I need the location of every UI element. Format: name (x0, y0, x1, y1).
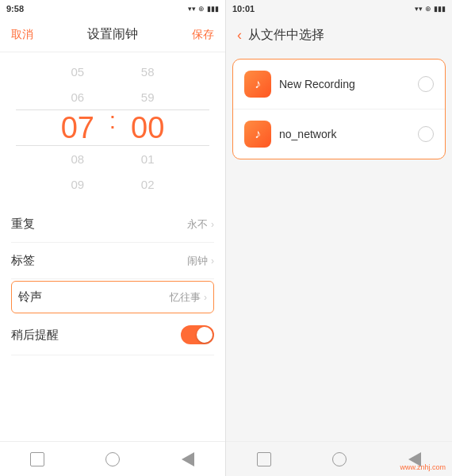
radio-1[interactable] (418, 76, 434, 92)
hour-row-below1: 08 (71, 146, 84, 171)
square-icon (30, 452, 44, 466)
status-icons-left: ▾▾ ⊕ ▮▮▮ (188, 5, 219, 13)
hour-column[interactable]: 05 06 07 08 09 (46, 59, 109, 197)
right-panel: 10:01 ▾▾ ⊕ ▮▮▮ ‹ 从文件中选择 ♪ New Recording … (226, 0, 452, 476)
file-item-no-network[interactable]: ♪ no_network (233, 109, 445, 159)
nav-back-button[interactable] (177, 448, 199, 470)
time-picker[interactable]: 05 06 07 08 09 : 58 59 00 01 02 (0, 52, 225, 203)
min-row-below1: 01 (141, 146, 155, 171)
alarm-title: 设置闹钟 (87, 26, 138, 43)
repeat-chevron: › (211, 219, 214, 230)
bottom-nav-left (0, 441, 225, 476)
label-chevron: › (211, 255, 214, 267)
repeat-value[interactable]: 永不 › (187, 217, 214, 232)
label-value[interactable]: 闹钟 › (187, 254, 214, 268)
signal-icon: ▾▾ (188, 5, 196, 13)
ringtone-value-text: 忆往事 (170, 290, 201, 305)
file-name-1: New Recording (279, 78, 410, 90)
time-separator: : (109, 107, 116, 137)
right-spacer (226, 166, 452, 441)
hour-row-below2: 09 (71, 171, 84, 197)
repeat-row[interactable]: 重复 永不 › (11, 206, 214, 243)
file-item-new-recording[interactable]: ♪ New Recording (233, 60, 445, 109)
min-row-below2: 02 (141, 171, 155, 197)
hour-selected: 07 (61, 109, 94, 146)
radio-2[interactable] (418, 126, 434, 142)
status-icons-right: ▾▾ ⊕ ▮▮▮ (415, 5, 446, 13)
minute-column[interactable]: 58 59 00 01 02 (116, 59, 179, 197)
alarm-header: 取消 设置闹钟 保存 (0, 17, 225, 52)
snooze-row[interactable]: 稍后提醒 (11, 315, 214, 355)
triangle-icon (182, 452, 194, 466)
square-icon-right (257, 452, 271, 466)
hour-row-above2: 05 (71, 59, 84, 84)
file-select-title: 从文件中选择 (248, 27, 324, 44)
nav-circle-button-right[interactable] (328, 448, 350, 470)
back-button[interactable]: ‹ (237, 27, 242, 44)
toggle-knob (197, 327, 213, 343)
circle-icon (105, 452, 120, 466)
settings-list: 重复 永不 › 标签 闹钟 › 铃声 忆往事 › 稍后提醒 (0, 206, 225, 441)
wifi-icon-right: ⊕ (425, 5, 431, 13)
ringtone-row[interactable]: 铃声 忆往事 › (11, 281, 214, 313)
nav-square-button-right[interactable] (253, 448, 275, 470)
ringtone-chevron: › (204, 292, 207, 303)
left-panel: 9:58 ▾▾ ⊕ ▮▮▮ 取消 设置闹钟 保存 05 06 07 08 09 … (0, 0, 226, 476)
battery-icon-right: ▮▮▮ (434, 5, 446, 13)
status-bar-left: 9:58 ▾▾ ⊕ ▮▮▮ (0, 0, 225, 17)
label-value-text: 闹钟 (187, 254, 208, 268)
label-label: 标签 (11, 253, 35, 268)
music-icon-2: ♪ (244, 121, 271, 148)
min-selected: 00 (131, 109, 164, 146)
file-select-header: ‹ 从文件中选择 (226, 17, 452, 52)
ringtone-value[interactable]: 忆往事 › (170, 290, 207, 305)
status-time-left: 9:58 (6, 4, 24, 13)
cancel-button[interactable]: 取消 (11, 28, 33, 42)
hour-row-above1: 06 (71, 84, 84, 109)
min-row-above2: 58 (141, 59, 155, 84)
snooze-label: 稍后提醒 (11, 328, 59, 343)
battery-icon: ▮▮▮ (207, 5, 219, 13)
repeat-label: 重复 (11, 217, 35, 232)
file-list: ♪ New Recording ♪ no_network (232, 59, 446, 159)
wifi-icon: ⊕ (198, 5, 205, 13)
status-bar-right: 10:01 ▾▾ ⊕ ▮▮▮ (226, 0, 452, 17)
ringtone-label: 铃声 (18, 290, 42, 305)
music-icon-1: ♪ (244, 71, 271, 98)
signal-icon-right: ▾▾ (415, 5, 423, 13)
snooze-toggle[interactable] (181, 325, 214, 344)
status-time-right: 10:01 (232, 4, 255, 13)
circle-icon-right (332, 452, 347, 466)
min-row-above1: 59 (141, 84, 155, 109)
watermark: www.znhj.com (400, 463, 446, 471)
nav-circle-button[interactable] (102, 448, 124, 470)
label-row[interactable]: 标签 闹钟 › (11, 243, 214, 279)
nav-square-button[interactable] (26, 448, 48, 470)
file-name-2: no_network (279, 128, 410, 140)
repeat-value-text: 永不 (187, 217, 208, 232)
save-button[interactable]: 保存 (192, 28, 214, 42)
